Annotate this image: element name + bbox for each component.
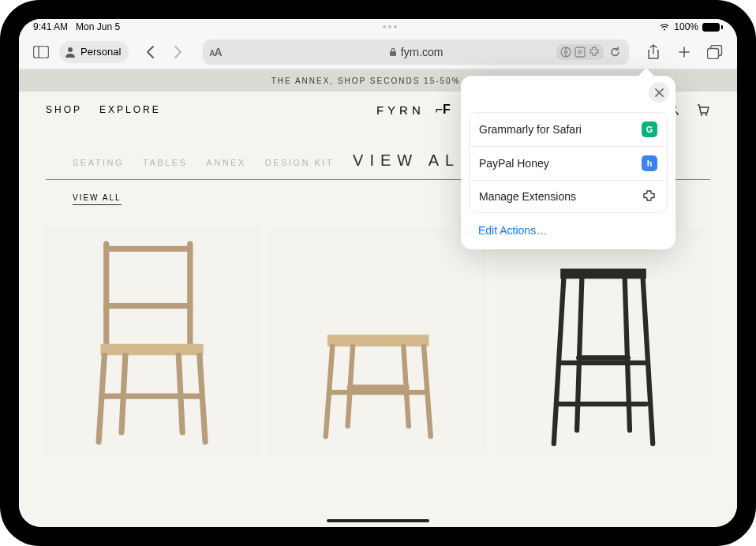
popover-close-button[interactable] bbox=[649, 82, 669, 103]
manage-extensions-item[interactable]: Manage Extensions bbox=[470, 181, 667, 212]
share-button[interactable] bbox=[641, 39, 666, 65]
forward-button bbox=[166, 39, 191, 65]
status-time: 9:41 AM bbox=[33, 21, 68, 32]
plus-icon bbox=[677, 45, 691, 59]
manage-extensions-label: Manage Extensions bbox=[479, 190, 576, 203]
svg-point-12 bbox=[701, 114, 702, 115]
honey-icon: h bbox=[642, 155, 657, 171]
nav-explore[interactable]: EXPLORE bbox=[99, 104, 161, 115]
new-tab-button[interactable] bbox=[672, 39, 697, 65]
cart-icon[interactable] bbox=[696, 103, 710, 117]
reload-icon bbox=[609, 46, 621, 58]
subnav-tables[interactable]: TABLES bbox=[143, 158, 187, 167]
safari-toolbar: Personal AA fyrn.com bbox=[19, 35, 737, 69]
lock-icon bbox=[389, 47, 397, 57]
product-card[interactable] bbox=[497, 230, 710, 454]
svg-point-2 bbox=[68, 47, 73, 52]
subnav-viewall-title: VIEW ALL bbox=[353, 151, 475, 170]
svg-rect-0 bbox=[34, 46, 49, 58]
puzzle-icon bbox=[642, 189, 657, 204]
tabs-button[interactable] bbox=[702, 39, 728, 65]
extension-item[interactable]: PayPal Honey h bbox=[470, 147, 667, 181]
brand-logo[interactable]: FYRN ⌐F bbox=[376, 103, 451, 117]
extension-label: Grammarly for Safari bbox=[479, 123, 582, 136]
product-card[interactable] bbox=[46, 230, 259, 454]
extensions-popover: Grammarly for Safari G PayPal Honey h Ma… bbox=[461, 76, 676, 249]
chevron-left-icon bbox=[145, 45, 155, 59]
brand-mark-icon: ⌐F bbox=[436, 103, 451, 117]
person-icon bbox=[64, 46, 77, 58]
reader-icon[interactable] bbox=[574, 46, 586, 58]
product-image-barstool bbox=[521, 239, 686, 454]
svg-rect-3 bbox=[390, 51, 396, 56]
nav-shop[interactable]: SHOP bbox=[46, 104, 82, 115]
chevron-right-icon bbox=[174, 45, 183, 59]
tabs-icon bbox=[707, 45, 723, 59]
status-date: Mon Jun 5 bbox=[76, 21, 120, 32]
address-bar[interactable]: AA fyrn.com bbox=[203, 39, 629, 65]
product-card[interactable] bbox=[271, 230, 485, 454]
reload-button[interactable] bbox=[605, 39, 624, 65]
address-domain: fyrn.com bbox=[401, 46, 443, 58]
sidebar-button[interactable] bbox=[28, 39, 54, 65]
textsize-button[interactable]: AA bbox=[209, 46, 221, 58]
subnav-designkit[interactable]: DESIGN KIT bbox=[265, 158, 334, 167]
extensions-icon[interactable] bbox=[588, 46, 601, 58]
close-icon bbox=[655, 88, 664, 97]
view-all-link[interactable]: VIEW ALL bbox=[73, 193, 122, 205]
svg-rect-10 bbox=[708, 48, 719, 58]
wifi-icon bbox=[659, 23, 670, 31]
battery-percent: 100% bbox=[674, 21, 698, 32]
translate-icon[interactable] bbox=[560, 46, 572, 58]
battery-icon bbox=[702, 23, 723, 32]
product-image-chair bbox=[57, 230, 247, 454]
home-indicator[interactable] bbox=[327, 519, 429, 522]
extension-label: PayPal Honey bbox=[479, 157, 549, 170]
status-bar: 9:41 AM Mon Jun 5 100% bbox=[19, 19, 737, 35]
extension-item[interactable]: Grammarly for Safari G bbox=[470, 113, 667, 147]
profile-label: Personal bbox=[80, 46, 121, 58]
svg-point-13 bbox=[705, 114, 707, 115]
share-icon bbox=[647, 44, 660, 60]
subnav-seating[interactable]: SEATING bbox=[73, 158, 124, 167]
back-button[interactable] bbox=[137, 39, 163, 65]
product-image-stool bbox=[294, 284, 462, 453]
grammarly-icon: G bbox=[642, 122, 657, 137]
profile-button[interactable]: Personal bbox=[59, 41, 129, 63]
subnav-annex[interactable]: ANNEX bbox=[206, 158, 245, 167]
edit-actions-link[interactable]: Edit Actions… bbox=[469, 213, 668, 241]
multitask-dots[interactable] bbox=[383, 25, 397, 28]
